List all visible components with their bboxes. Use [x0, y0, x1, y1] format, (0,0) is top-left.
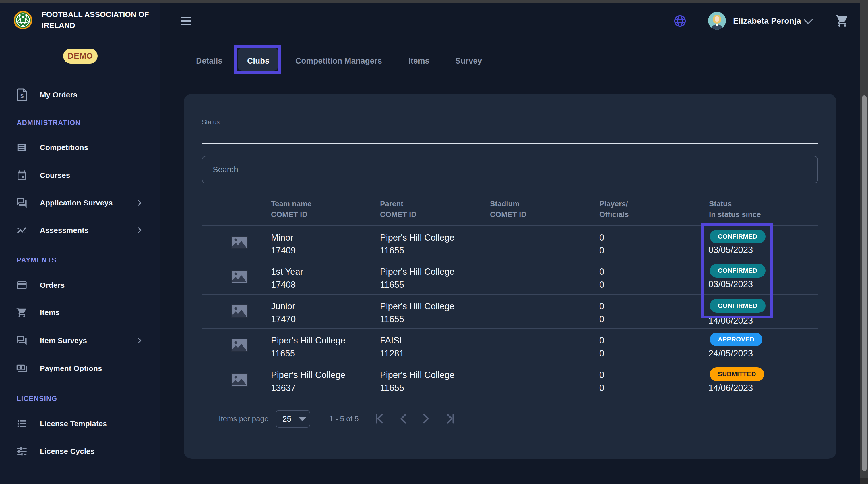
svg-text:$: $ — [20, 92, 24, 99]
